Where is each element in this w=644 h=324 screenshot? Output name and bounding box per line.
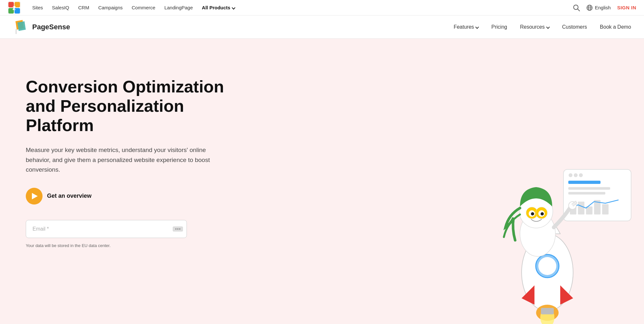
pagesense-brand-name: PageSense <box>32 23 70 31</box>
features-chevron-icon <box>476 25 479 29</box>
dot1 <box>175 228 177 230</box>
dot3 <box>179 228 180 230</box>
svg-point-23 <box>579 173 583 177</box>
svg-rect-26 <box>568 192 605 195</box>
signin-button[interactable]: SIGN IN <box>617 5 636 10</box>
search-icon <box>573 4 580 11</box>
hero-content: Conversion Optimization and Personalizat… <box>26 64 251 254</box>
svg-rect-13 <box>15 29 17 34</box>
pagesense-logo-icon <box>13 19 28 35</box>
email-form <box>26 220 251 238</box>
nav-link-sites[interactable]: Sites <box>32 5 43 10</box>
email-input[interactable] <box>26 220 187 238</box>
zoho-logo[interactable]: Z <box>8 1 21 14</box>
play-circle <box>26 188 43 205</box>
svg-rect-28 <box>578 202 584 214</box>
eu-data-notice: Your data will be stored in the EU data … <box>26 243 251 248</box>
svg-point-21 <box>569 173 572 177</box>
secondary-navigation: PageSense Features Pricing Resources Cus… <box>0 15 644 39</box>
svg-line-7 <box>578 9 580 11</box>
email-options-button[interactable] <box>173 226 183 232</box>
hero-section: Conversion Optimization and Personalizat… <box>0 39 644 324</box>
nav-link-campaigns[interactable]: Campaigns <box>98 5 123 10</box>
nav-link-commerce[interactable]: Commerce <box>132 5 155 10</box>
svg-point-40 <box>541 212 544 215</box>
zoho-logo-icon: Z <box>8 1 21 14</box>
nav-link-customers[interactable]: Customers <box>562 24 587 30</box>
globe-icon <box>586 5 593 11</box>
chevron-down-icon <box>232 6 235 9</box>
svg-text:Z: Z <box>13 5 16 11</box>
svg-rect-31 <box>602 204 609 214</box>
nav-link-salesiq[interactable]: SalesIQ <box>52 5 69 10</box>
svg-point-39 <box>531 212 534 215</box>
nav-link-crm[interactable]: CRM <box>78 5 89 10</box>
hero-description: Measure your key website metrics, unders… <box>26 145 226 175</box>
nav-link-pricing[interactable]: Pricing <box>491 24 507 30</box>
nav-link-resources[interactable]: Resources <box>520 24 549 30</box>
rocket-illustration <box>425 105 644 324</box>
overview-label: Get an overview <box>47 193 91 199</box>
top-nav-links: Sites SalesIQ CRM Campaigns Commerce Lan… <box>32 5 565 10</box>
top-navigation: Z Sites SalesIQ CRM Campaigns Commerce L… <box>0 0 644 15</box>
search-button[interactable] <box>573 4 580 11</box>
hero-title: Conversion Optimization and Personalizat… <box>26 77 251 135</box>
play-icon <box>32 193 38 199</box>
resources-chevron-icon <box>546 25 550 29</box>
get-overview-button[interactable]: Get an overview <box>26 188 91 205</box>
language-label: English <box>595 5 610 10</box>
nav-link-landingpage[interactable]: LandingPage <box>164 5 193 10</box>
secondary-nav-links: Features Pricing Resources Customers Boo… <box>454 24 631 30</box>
svg-rect-25 <box>568 187 610 190</box>
email-input-wrapper <box>26 220 187 238</box>
nav-link-all-products[interactable]: All Products <box>202 5 235 10</box>
pagesense-logo[interactable]: PageSense <box>13 19 70 35</box>
language-button[interactable]: English <box>586 5 610 11</box>
svg-point-16 <box>538 257 556 275</box>
nav-link-features[interactable]: Features <box>454 24 478 30</box>
top-nav-right: English SIGN IN <box>573 4 636 11</box>
hero-illustration <box>425 105 644 324</box>
dot2 <box>177 228 178 230</box>
svg-rect-19 <box>541 308 554 314</box>
svg-point-22 <box>574 173 578 177</box>
nav-link-book-demo[interactable]: Book a Demo <box>600 24 631 30</box>
svg-rect-24 <box>568 181 601 184</box>
